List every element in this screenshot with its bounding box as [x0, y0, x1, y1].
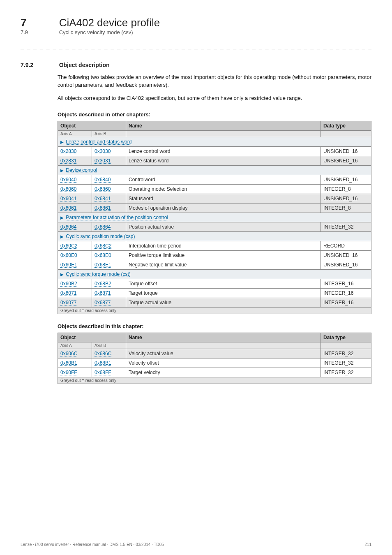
axis-b-label: Axis B [92, 342, 126, 349]
object-axis-a[interactable]: 0x6071 [58, 288, 92, 298]
object-axis-a[interactable]: 0x6064 [58, 222, 92, 231]
object-axis-b[interactable]: 0x3030 [92, 146, 126, 156]
arrow-right-icon: ▶ [60, 215, 64, 220]
object-axis-a[interactable]: 0x60FF [58, 368, 92, 377]
object-type: UNSIGNED_16 [321, 260, 371, 269]
object-axis-a[interactable]: 0x60E0 [58, 250, 92, 260]
object-type: INTEGER_32 [321, 349, 371, 358]
object-type: UNSIGNED_16 [321, 146, 371, 156]
object-axis-b[interactable]: 0x3031 [92, 156, 126, 165]
object-name: Negative torque limit value [126, 260, 321, 269]
object-axis-b[interactable]: 0x68B1 [92, 358, 126, 368]
col-name: Name [126, 121, 321, 130]
object-type: UNSIGNED_16 [321, 156, 371, 165]
object-name: Statusword [126, 194, 321, 203]
object-axis-b[interactable]: 0x68E0 [92, 250, 126, 260]
chapter-title: CiA402 device profile [59, 16, 160, 29]
group-row: ▶ Cyclic sync torque mode (cst) [58, 269, 371, 279]
section-number: 7.9.2 [21, 62, 58, 68]
object-name: Torque actual value [126, 298, 321, 307]
object-type: INTEGER_16 [321, 298, 371, 307]
group-row: ▶ Parameters for actuation of the positi… [58, 213, 371, 222]
arrow-right-icon: ▶ [60, 272, 64, 277]
object-type: UNSIGNED_16 [321, 194, 371, 203]
table-footnote-row: Greyed out = read access only [58, 307, 371, 314]
table-row: 0x28310x3031Lenze status wordUNSIGNED_16 [58, 156, 371, 165]
object-axis-a[interactable]: 0x6060 [58, 184, 92, 194]
table1-caption: Objects described in other chapters: [58, 111, 371, 118]
object-name: Velocity offset [126, 358, 321, 368]
object-name: Lenze status word [126, 156, 321, 165]
object-axis-a[interactable]: 0x6040 [58, 175, 92, 184]
col-type: Data type [321, 333, 371, 342]
object-axis-b[interactable]: 0x6840 [92, 175, 126, 184]
object-axis-a[interactable]: 0x60C2 [58, 241, 92, 250]
table-row: 0x606C0x686CVelocity actual valueINTEGER… [58, 349, 371, 358]
object-axis-b[interactable]: 0x686C [92, 349, 126, 358]
object-name: Velocity actual value [126, 349, 321, 358]
object-name: Torque offset [126, 279, 321, 288]
object-name: Operating mode: Selection [126, 184, 321, 194]
table-row: 0x60C20x68C2Interpolation time periodREC… [58, 241, 371, 250]
group-link[interactable]: Device control [66, 167, 97, 173]
object-type: INTEGER_8 [321, 203, 371, 213]
group-row: ▶ Lenze control and status word [58, 137, 371, 146]
paragraph-1: The following two tables provide an over… [58, 74, 371, 89]
group-link[interactable]: Lenze control and status word [66, 139, 131, 145]
object-axis-a[interactable]: 0x60E1 [58, 260, 92, 269]
arrow-right-icon: ▶ [60, 168, 64, 173]
object-axis-a[interactable]: 0x6041 [58, 194, 92, 203]
group-row: ▶ Device control [58, 165, 371, 175]
object-axis-b[interactable]: 0x6877 [92, 298, 126, 307]
table-row: 0x60410x6841StatuswordUNSIGNED_16 [58, 194, 371, 203]
object-axis-b[interactable]: 0x6860 [92, 184, 126, 194]
table-row: 0x60770x6877Torque actual valueINTEGER_1… [58, 298, 371, 307]
object-name: Modes of operation display [126, 203, 321, 213]
object-axis-b[interactable]: 0x6864 [92, 222, 126, 231]
object-axis-a[interactable]: 0x2831 [58, 156, 92, 165]
group-link[interactable]: Cyclic sync torque mode (cst) [66, 271, 130, 277]
object-axis-b[interactable]: 0x6841 [92, 194, 126, 203]
object-axis-b[interactable]: 0x68E1 [92, 260, 126, 269]
object-name: Target torque [126, 288, 321, 298]
object-axis-a[interactable]: 0x60B2 [58, 279, 92, 288]
arrow-right-icon: ▶ [60, 140, 64, 144]
table-subheader-row: Axis A Axis B [58, 342, 371, 349]
object-axis-a[interactable]: 0x606C [58, 349, 92, 358]
section-title: Object description [59, 62, 110, 68]
group-link[interactable]: Parameters for actuation of the position… [66, 215, 168, 220]
table-row: 0x60E00x68E0Positive torque limit valueU… [58, 250, 371, 260]
object-axis-b[interactable]: 0x68B2 [92, 279, 126, 288]
object-type: UNSIGNED_16 [321, 175, 371, 184]
object-name: Positive torque limit value [126, 250, 321, 260]
object-type: UNSIGNED_16 [321, 250, 371, 260]
object-axis-a[interactable]: 0x60B1 [58, 358, 92, 368]
object-name: Controlword [126, 175, 321, 184]
group-link[interactable]: Cyclic sync position mode (csp) [66, 234, 135, 239]
object-type: INTEGER_32 [321, 358, 371, 368]
table-row: 0x60640x6864Position actual valueINTEGER… [58, 222, 371, 231]
paragraph-2: All objects correspond to the CiA402 spe… [58, 95, 371, 102]
group-row: ▶ Cyclic sync position mode (csp) [58, 231, 371, 241]
object-axis-b[interactable]: 0x68C2 [92, 241, 126, 250]
object-axis-a[interactable]: 0x2830 [58, 146, 92, 156]
table-footnote: Greyed out = read access only [58, 377, 371, 384]
table-row: 0x60B10x68B1Velocity offsetINTEGER_32 [58, 358, 371, 368]
object-type: RECORD [321, 241, 371, 250]
object-name: Interpolation time period [126, 241, 321, 250]
arrow-right-icon: ▶ [60, 234, 64, 239]
axis-b-label: Axis B [92, 130, 126, 137]
col-object: Object [58, 121, 126, 130]
object-axis-b[interactable]: 0x6871 [92, 288, 126, 298]
table-header-row: Object Name Data type [58, 333, 371, 342]
object-axis-a[interactable]: 0x6077 [58, 298, 92, 307]
table-row: 0x28300x3030Lenze control wordUNSIGNED_1… [58, 146, 371, 156]
table-row: 0x60E10x68E1Negative torque limit valueU… [58, 260, 371, 269]
object-axis-b[interactable]: 0x6861 [92, 203, 126, 213]
col-name: Name [126, 333, 321, 342]
object-type: INTEGER_32 [321, 368, 371, 377]
table-footnote: Greyed out = read access only [58, 307, 371, 314]
table-subheader-row: Axis A Axis B [58, 130, 371, 137]
object-axis-a[interactable]: 0x6061 [58, 203, 92, 213]
object-axis-b[interactable]: 0x68FF [92, 368, 126, 377]
